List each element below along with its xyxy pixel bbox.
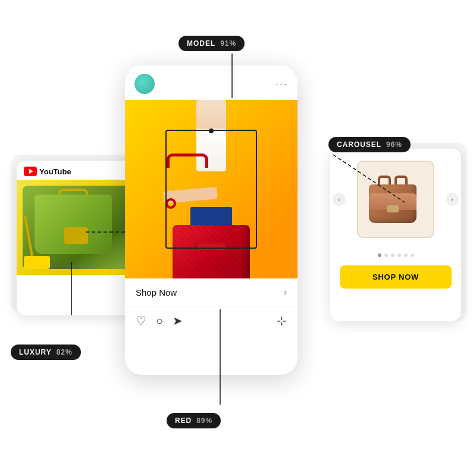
shop-now-label: Shop Now: [136, 287, 177, 298]
dot-2: [384, 253, 388, 257]
dot-6: [411, 253, 414, 257]
dot-3: [391, 253, 394, 257]
green-bag-body: [35, 195, 112, 254]
carousel-pct: 96%: [386, 140, 402, 149]
carousel-badge: CAROUSEL 96%: [328, 137, 411, 152]
ecom-nav-arrows: ‹ ›: [330, 193, 461, 206]
youtube-yellow-label: [24, 256, 50, 269]
ecom-shop-now-button[interactable]: SHOP NOW: [340, 265, 452, 289]
next-arrow[interactable]: ›: [446, 193, 459, 206]
youtube-logo: YouTube: [24, 167, 71, 176]
ecom-product-area: ‹ ›: [330, 149, 461, 250]
heart-icon[interactable]: ♡: [136, 314, 146, 328]
green-bag-strap: [24, 215, 33, 257]
green-bag-clasp: [64, 227, 88, 244]
luxury-badge: LUXURY 82%: [11, 345, 81, 360]
chevron-right-icon: ›: [284, 287, 287, 298]
ecom-carousel-dots: [330, 250, 461, 261]
model-label: MODEL: [187, 39, 215, 48]
model-pct: 91%: [220, 39, 236, 48]
phone-actions: ♡ ○ ➤ ⊹: [125, 306, 298, 335]
bookmark-icon[interactable]: ⊹: [277, 314, 287, 328]
share-icon[interactable]: ➤: [173, 314, 183, 328]
prev-arrow[interactable]: ‹: [333, 193, 346, 206]
luxury-label: LUXURY: [19, 348, 52, 356]
model-badge: MODEL 91%: [178, 36, 245, 51]
tan-bag-clasp: [387, 205, 399, 212]
scene: YouTube ···: [0, 0, 476, 476]
phone-image-area: [125, 100, 298, 278]
carousel-label: CAROUSEL: [337, 140, 381, 149]
avatar: [134, 74, 155, 94]
phone-header: ···: [125, 65, 298, 100]
red-label: RED: [175, 416, 192, 425]
red-badge: RED 89%: [167, 413, 221, 428]
selection-box: [165, 130, 257, 249]
options-icon[interactable]: ···: [275, 78, 288, 90]
selection-dot: [209, 129, 214, 133]
phone-card: ··· Shop Now: [125, 65, 298, 375]
dot-1: [378, 253, 381, 257]
dot-5: [404, 253, 408, 257]
ecom-card: ‹ › SHOP NOW: [330, 149, 461, 321]
red-pct: 89%: [196, 416, 212, 425]
comment-icon[interactable]: ○: [156, 314, 163, 328]
dot-4: [397, 253, 401, 257]
youtube-label: YouTube: [39, 167, 71, 176]
youtube-icon: [24, 167, 37, 176]
luxury-pct: 82%: [57, 348, 73, 356]
phone-shop-now-row[interactable]: Shop Now ›: [125, 278, 298, 306]
